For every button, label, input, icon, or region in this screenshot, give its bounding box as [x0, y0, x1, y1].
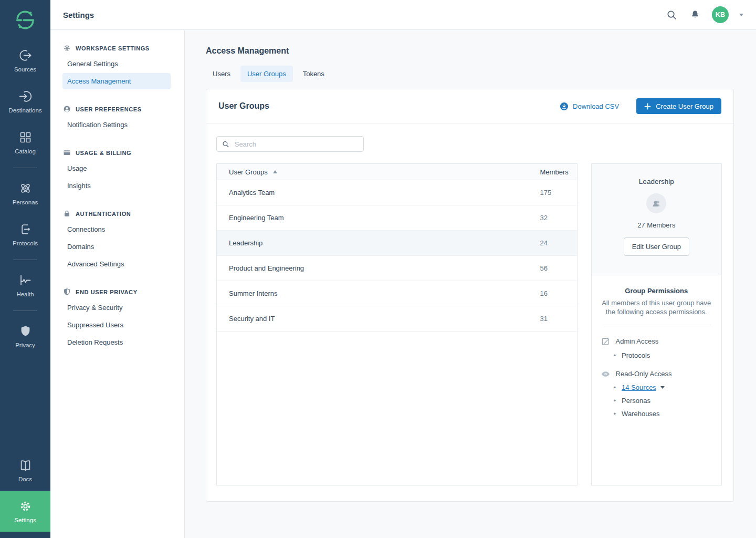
sidebar-item-personas[interactable]: Personas [0, 173, 50, 214]
admin-access-header: Admin Access [601, 337, 712, 346]
sidebar-item-destinations[interactable]: Destinations [0, 81, 50, 122]
group-name: Analytics Team [229, 189, 540, 196]
search-icon [222, 140, 229, 148]
bullet: • [614, 351, 616, 359]
sidebar-item-label: Protocols [13, 240, 38, 246]
nav-section-usage-billing: USAGE & BILLING Usage Insights [62, 149, 171, 194]
credit-card-icon [63, 149, 71, 157]
permission-item: •Warehouses [614, 410, 712, 418]
people-icon [651, 198, 662, 209]
bullet: • [614, 397, 616, 405]
group-members-count: 16 [540, 289, 577, 297]
column-header-user-groups[interactable]: User Groups [229, 168, 540, 176]
avatar[interactable]: KB [712, 6, 729, 23]
card-header-actions: Download CSV Create User Group [556, 98, 721, 114]
group-avatar [646, 193, 666, 213]
catalog-icon [18, 130, 33, 144]
nav-item-suppressed-users[interactable]: Suppressed Users [62, 317, 171, 333]
edit-user-group-button[interactable]: Edit User Group [624, 237, 689, 256]
permissions-title: Group Permissions [601, 287, 712, 295]
read-only-access-header: Read-Only Access [601, 370, 712, 378]
segment-logo-icon [15, 10, 35, 30]
card-title: User Groups [218, 101, 269, 111]
member-count: 27 Members [597, 221, 716, 229]
bullet: • [614, 384, 616, 391]
sidebar-divider [13, 168, 37, 168]
admin-access-group: Admin Access •Protocols [601, 337, 712, 359]
nav-item-general-settings[interactable]: General Settings [62, 56, 171, 72]
settings-nav: WORKSPACE SETTINGS General Settings Acce… [50, 30, 185, 538]
sort-ascending-icon [273, 170, 277, 173]
bell-icon [690, 9, 700, 20]
sidebar-item-label: Destinations [8, 107, 41, 113]
lock-icon [63, 210, 71, 218]
docs-book-icon [18, 458, 33, 472]
create-user-group-button[interactable]: Create User Group [636, 98, 721, 114]
account-menu-caret-icon[interactable] [739, 14, 743, 16]
read-only-access-group: Read-Only Access • 14 Sources •Personas … [601, 370, 712, 418]
table-row[interactable]: Summer Interns 16 [217, 281, 577, 306]
group-members-count: 24 [540, 239, 577, 247]
nav-item-privacy-security[interactable]: Privacy & Security [62, 299, 171, 316]
nav-section-header: END USER PRIVACY [63, 288, 171, 296]
bullet: • [614, 410, 616, 418]
group-members-count: 32 [540, 214, 577, 222]
nav-item-domains[interactable]: Domains [62, 239, 171, 255]
read-only-access-list: • 14 Sources •Personas •Warehouses [601, 384, 712, 418]
sidebar-divider [13, 311, 37, 311]
group-name: Leadership [229, 239, 540, 247]
nav-item-usage[interactable]: Usage [62, 160, 171, 177]
sources-link[interactable]: 14 Sources [622, 384, 656, 391]
gear-icon [18, 499, 33, 513]
create-user-group-label: Create User Group [656, 102, 713, 110]
permission-item: •Personas [614, 397, 712, 405]
nav-section-header: USER PREFERENCES [63, 105, 171, 113]
table-row-selected[interactable]: Leadership 24 [217, 231, 577, 256]
health-icon [18, 273, 33, 287]
nav-item-access-management[interactable]: Access Management [62, 73, 171, 89]
table-row[interactable]: Security and IT 31 [217, 306, 577, 332]
user-groups-card: User Groups Download CSV Create User Gro… [206, 89, 734, 502]
table-row[interactable]: Analytics Team 175 [217, 180, 577, 205]
nav-item-advanced-settings[interactable]: Advanced Settings [62, 256, 171, 272]
search-icon [666, 9, 677, 20]
nav-item-deletion-requests[interactable]: Deletion Requests [62, 334, 171, 350]
top-bar: Settings KB [50, 0, 756, 30]
search-input[interactable] [234, 140, 358, 149]
sidebar-item-health[interactable]: Health [0, 265, 50, 306]
nav-item-notification-settings[interactable]: Notification Settings [62, 117, 171, 133]
sidebar-item-label: Personas [13, 199, 38, 205]
sidebar-item-sources[interactable]: Sources [0, 40, 50, 81]
sidebar-item-catalog[interactable]: Catalog [0, 122, 50, 163]
nav-item-insights[interactable]: Insights [62, 178, 171, 194]
destinations-icon [18, 89, 33, 104]
edit-square-icon [601, 337, 610, 346]
sources-icon [18, 48, 33, 63]
nav-item-connections[interactable]: Connections [62, 221, 171, 237]
tab-user-groups[interactable]: User Groups [240, 66, 293, 82]
notifications-button[interactable] [689, 8, 701, 21]
main-content: Access Management Users User Groups Toke… [185, 30, 756, 538]
selected-group-title: Leadership [597, 178, 716, 185]
sidebar-item-docs[interactable]: Docs [0, 450, 50, 491]
chevron-down-icon[interactable] [660, 386, 665, 389]
sidebar-item-privacy[interactable]: Privacy [0, 316, 50, 357]
top-bar-actions: KB [665, 6, 743, 23]
nav-section-user-preferences: USER PREFERENCES Notification Settings [62, 105, 171, 133]
sidebar-item-protocols[interactable]: Protocols [0, 214, 50, 255]
download-icon [560, 102, 569, 111]
sidebar-item-settings[interactable]: Settings [0, 491, 50, 532]
search-button[interactable] [665, 8, 678, 22]
sidebar-item-label: Sources [14, 66, 36, 73]
sidebar-item-label: Health [16, 291, 34, 297]
tab-users[interactable]: Users [206, 66, 237, 82]
segment-logo[interactable] [0, 0, 50, 40]
table-row[interactable]: Product and Engineering 56 [217, 256, 577, 281]
eye-icon [601, 371, 610, 377]
nav-section-header: AUTHENTICATION [63, 210, 171, 218]
tab-tokens[interactable]: Tokens [296, 66, 331, 82]
table-header-row: User Groups Members [217, 164, 577, 180]
table-row[interactable]: Engineering Team 32 [217, 205, 577, 231]
download-csv-button[interactable]: Download CSV [556, 101, 622, 111]
tab-bar: Users User Groups Tokens [206, 66, 734, 82]
